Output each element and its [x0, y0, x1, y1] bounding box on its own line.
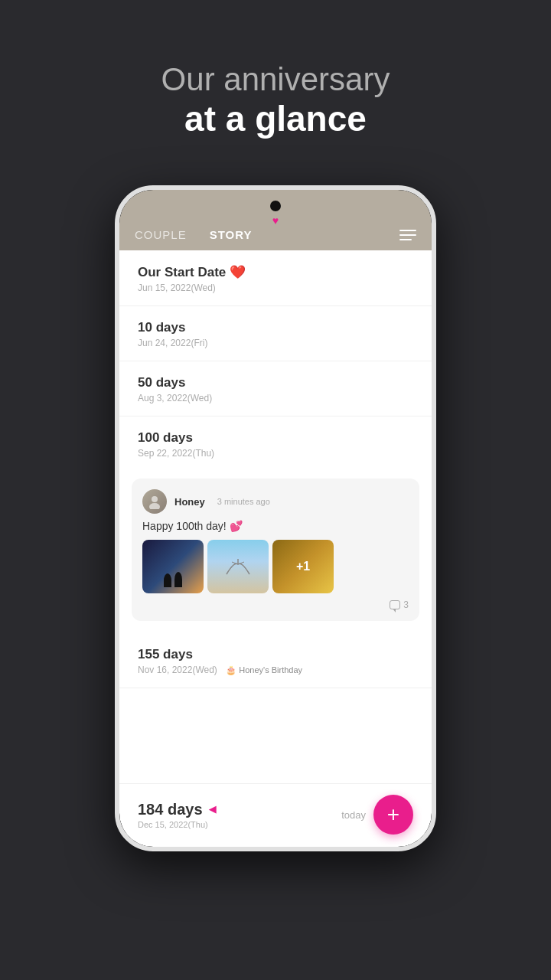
post-image-3[interactable]: +1 — [272, 540, 334, 593]
milestone-start-title: Our Start Date ❤️ — [138, 264, 413, 280]
menu-line-2 — [399, 234, 416, 236]
milestone-10-title: 10 days — [138, 320, 413, 335]
milestone-100-title: 100 days — [138, 430, 413, 446]
header-heart: ♥ — [272, 214, 279, 227]
milestone-155[interactable]: 155 days Nov 16, 2022(Wed) 🎂 Honey's Bir… — [119, 633, 432, 688]
milestone-start[interactable]: Our Start Date ❤️ Jun 15, 2022(Wed) — [119, 250, 432, 306]
milestone-50-title: 50 days — [138, 375, 413, 390]
menu-line-1 — [399, 230, 416, 231]
post-images: +1 — [142, 540, 409, 593]
bottom-date: Dec 15, 2022(Thu) — [138, 820, 216, 829]
svg-point-1 — [149, 503, 160, 509]
milestone-50-date: Aug 3, 2022(Wed) — [138, 393, 413, 403]
post-comments[interactable]: 3 — [142, 599, 409, 610]
milestone-start-date: Jun 15, 2022(Wed) — [138, 283, 413, 293]
tab-couple[interactable]: COUPLE — [135, 228, 187, 241]
bottom-days: 184 days ◀ — [138, 801, 216, 818]
post-text: Happy 100th day! 💕 — [142, 520, 409, 532]
post-image-more: +1 — [296, 560, 310, 573]
phone-mockup: ♥ COUPLE STORY Our Start Date ❤️ Jun 15,… — [115, 185, 436, 851]
comment-count: 3 — [403, 599, 409, 610]
bottom-right: today + — [341, 795, 413, 835]
app-header: ♥ COUPLE STORY — [119, 190, 432, 250]
post-author: Honey — [174, 496, 205, 508]
comment-bubble-icon — [390, 600, 400, 609]
milestone-100-date: Sep 22, 2022(Thu) — [138, 448, 413, 459]
post-header: Honey 3 minutes ago — [142, 489, 409, 514]
side-button — [434, 343, 436, 389]
post-avatar — [142, 489, 167, 514]
menu-line-3 — [399, 239, 412, 240]
post-image-2[interactable] — [207, 540, 269, 593]
milestone-10-date: Jun 24, 2022(Fri) — [138, 338, 413, 348]
headline-area: Our anniversary at a glance — [161, 61, 390, 139]
bottom-arrow-icon: ◀ — [209, 804, 216, 815]
post-card[interactable]: Honey 3 minutes ago Happy 100th day! 💕 — [132, 479, 419, 621]
milestone-10[interactable]: 10 days Jun 24, 2022(Fri) — [119, 306, 432, 361]
today-label: today — [341, 809, 366, 821]
add-button[interactable]: + — [373, 795, 413, 835]
milestone-50[interactable]: 50 days Aug 3, 2022(Wed) — [119, 361, 432, 416]
phone-screen: ♥ COUPLE STORY Our Start Date ❤️ Jun 15,… — [119, 190, 432, 847]
milestone-155-date: Nov 16, 2022(Wed) 🎂 Honey's Birthday — [138, 665, 413, 675]
headline-top: Our anniversary — [161, 61, 390, 98]
headline-bold: at a glance — [161, 98, 390, 139]
bottom-bar: 184 days ◀ Dec 15, 2022(Thu) today + — [119, 783, 432, 847]
nav-tabs: COUPLE STORY — [135, 228, 253, 241]
post-image-1[interactable] — [142, 540, 204, 593]
tab-story[interactable]: STORY — [210, 228, 253, 241]
post-time: 3 minutes ago — [217, 497, 270, 506]
menu-button[interactable] — [399, 230, 416, 240]
svg-point-0 — [152, 496, 158, 502]
birthday-tag: 🎂 Honey's Birthday — [226, 665, 302, 675]
app-content[interactable]: Our Start Date ❤️ Jun 15, 2022(Wed) 10 d… — [119, 250, 432, 783]
bottom-info: 184 days ◀ Dec 15, 2022(Thu) — [138, 801, 216, 829]
camera-notch — [270, 201, 281, 211]
milestone-100[interactable]: 100 days Sep 22, 2022(Thu) — [119, 416, 432, 471]
milestone-155-title: 155 days — [138, 647, 413, 662]
